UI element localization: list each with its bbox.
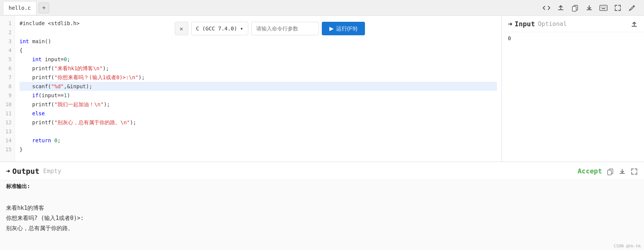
run-button[interactable]: ▶ 运行(F9) — [322, 22, 365, 35]
code-line-6: printf("来看hk1的博客\n"); — [20, 64, 497, 73]
code-line-7: printf("你想来看吗？(输入1或者0)>:\n"); — [20, 73, 497, 82]
output-header: ➜ Output Empty Accept — [0, 162, 644, 180]
language-select[interactable]: C (GCC 7.4.0) ▾ — [191, 22, 248, 35]
input-panel-header: ➜ Input Optional — [502, 16, 644, 32]
edit-icon[interactable] — [626, 2, 638, 14]
file-tab[interactable]: hello.c — [3, 1, 36, 15]
output-copy-icon[interactable] — [606, 167, 614, 175]
code-view-icon[interactable] — [540, 2, 552, 14]
line-numbers: 12345 678910 1112131415 — [0, 16, 15, 161]
code-line-11: else — [20, 109, 497, 118]
copy-icon[interactable] — [569, 2, 581, 14]
output-actions: Accept — [578, 167, 638, 175]
panel-upload-icon[interactable] — [630, 20, 638, 28]
code-line-8: scanf("%d",&input); — [20, 82, 497, 91]
output-title: Output — [12, 167, 39, 176]
code-line-14: return 0; — [20, 136, 497, 145]
svg-rect-1 — [572, 6, 576, 11]
keyboard-icon[interactable] — [597, 2, 609, 14]
svg-rect-2 — [600, 5, 607, 11]
editor-toolbar — [540, 2, 641, 14]
code-floating-toolbar: ✕ C (GCC 7.4.0) ▾ ▶ 运行(F9) — [174, 22, 365, 35]
dropdown-chevron-icon: ▾ — [240, 26, 243, 32]
code-line-10: printf("我们一起加油！\n"); — [20, 100, 497, 109]
code-line-13 — [20, 127, 497, 136]
stdout-text: 来看hk1的博客 你想来看吗? (输入1或者0)>: 别灰心，总有属于你的路。 — [0, 191, 644, 235]
output-section: ➜ Output Empty Accept 标准输出: 来看hk1的博客 你想来… — [0, 161, 644, 250]
code-line-12: printf("别灰心，总有属于你的路。\n"); — [20, 118, 497, 127]
command-args-input[interactable] — [251, 22, 319, 35]
optional-label: Optional — [538, 20, 567, 27]
code-line-9: if(input==1) — [20, 91, 497, 100]
tab-filename: hello.c — [9, 5, 31, 11]
code-line-15: } — [20, 145, 497, 154]
download-icon[interactable] — [583, 2, 595, 14]
input-arrow-icon: ➜ — [508, 20, 512, 29]
output-fullscreen-icon[interactable] — [630, 167, 638, 175]
stdout-label: 标准输出: — [0, 180, 644, 191]
output-arrow-icon: ➜ — [6, 167, 10, 175]
upload-icon[interactable] — [555, 2, 567, 14]
tab-bar: hello.c + — [0, 0, 644, 16]
output-empty-label: Empty — [43, 167, 61, 175]
svg-rect-9 — [608, 170, 611, 175]
add-tab-button[interactable]: + — [39, 3, 49, 13]
accept-button[interactable]: Accept — [578, 167, 602, 175]
code-line-5: int input=0; — [20, 55, 497, 64]
fullscreen-icon[interactable] — [612, 2, 624, 14]
code-line-3: int main() — [20, 37, 497, 46]
code-line-4: { — [20, 46, 497, 55]
input-panel: ➜ Input Optional 0 — [501, 16, 644, 161]
code-content[interactable]: #include <stdlib.h> int main() { int inp… — [15, 16, 501, 161]
watermark: CSDN @hk-hk — [614, 244, 641, 248]
output-download-icon[interactable] — [618, 167, 626, 175]
input-panel-title: ➜ Input — [508, 20, 535, 29]
input-content[interactable]: 0 — [502, 32, 644, 161]
output-content: 标准输出: 来看hk1的博客 你想来看吗? (输入1或者0)>: 别灰心，总有属… — [0, 180, 644, 250]
code-editor: 12345 678910 1112131415 #include <stdlib… — [0, 16, 501, 161]
run-play-icon: ▶ — [329, 25, 334, 32]
close-toolbar-button[interactable]: ✕ — [174, 22, 188, 35]
